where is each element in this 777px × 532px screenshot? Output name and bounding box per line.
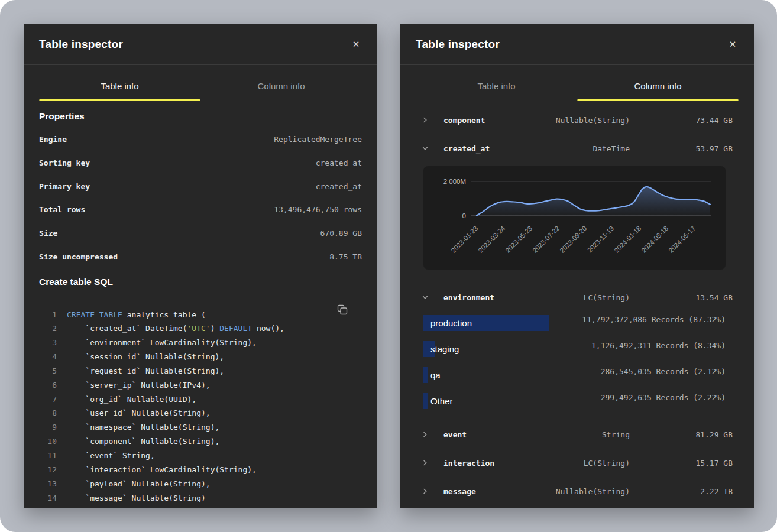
- chevron-right-icon[interactable]: [422, 432, 429, 437]
- sql-code-line: 7 `org_id` Nullable(UUID),: [39, 392, 362, 406]
- column-type: DateTime: [593, 144, 630, 153]
- property-row: Sorting keycreated_at: [39, 151, 362, 175]
- sql-token: `session_id` Nullable(String),: [67, 352, 224, 361]
- property-row: EngineReplicatedMergeTree: [39, 128, 362, 151]
- value-label: staging: [430, 341, 459, 357]
- column-type: LC(String): [584, 459, 630, 468]
- sql-token: '/clickhouse/tables/{uuid}/{shard}': [211, 507, 373, 508]
- line-number: 9: [39, 423, 57, 432]
- sql-code-line: 3 `environment` LowCardinality(String),: [39, 336, 362, 350]
- sql-token: DEFAULT: [219, 324, 252, 333]
- column-distribution-card: 02 000M 2023-01-232023-03-242023-05-2320…: [423, 166, 726, 270]
- value-label: Other: [430, 393, 453, 409]
- column-name: message: [443, 487, 476, 496]
- close-icon[interactable]: ✕: [350, 38, 362, 50]
- column-type: String: [602, 430, 630, 439]
- property-value: 670.89 GB: [320, 229, 362, 238]
- properties-heading: Properties: [39, 111, 362, 122]
- x-axis-tick-label: 2023-05-23: [504, 225, 533, 254]
- property-value: ReplicatedMergeTree: [274, 135, 362, 144]
- chevron-right-icon[interactable]: [422, 460, 429, 466]
- property-label: Size: [39, 229, 57, 238]
- x-axis-tick-label: 2023-01-23: [449, 225, 479, 254]
- tab-column-info[interactable]: Column info: [200, 65, 362, 100]
- sql-token: 'UTC': [187, 324, 211, 333]
- property-row: Size670.89 GB: [39, 222, 362, 245]
- line-number: 6: [39, 381, 57, 390]
- property-label: Engine: [39, 135, 67, 144]
- y-axis-tick-label: 2 000M: [443, 178, 466, 185]
- modal-title: Table inspector: [416, 38, 500, 51]
- sql-token: CREATE TABLE: [67, 310, 122, 319]
- properties-list: EngineReplicatedMergeTreeSorting keycrea…: [24, 128, 377, 268]
- column-row-environment[interactable]: environmentLC(String)13.54 GB: [400, 283, 754, 312]
- column-row-event[interactable]: eventString81.29 GB: [400, 420, 754, 449]
- value-row-staging: staging1,126,492,311 Records (8.34%): [423, 341, 726, 357]
- chevron-down-icon[interactable]: [422, 294, 429, 300]
- column-row-component[interactable]: componentNullable(String)73.44 GB: [400, 106, 754, 134]
- chevron-right-icon[interactable]: [422, 117, 429, 123]
- modal-header: Table inspector ✕: [24, 24, 377, 65]
- sql-code-line: 14 `message` Nullable(String): [39, 491, 362, 505]
- table-inspector-modal-left: Table inspector ✕ Table info Column info…: [24, 24, 377, 508]
- value-bar: [423, 393, 428, 409]
- sql-code-line: 9 `namespace` Nullable(String),: [39, 420, 362, 434]
- line-number: 13: [39, 479, 57, 488]
- property-value: 13,496,476,750 rows: [274, 205, 362, 214]
- tab-table-info[interactable]: Table info: [416, 65, 577, 100]
- column-row-created_at[interactable]: created_atDateTime53.97 GB: [400, 134, 754, 163]
- column-type: Nullable(String): [556, 116, 630, 125]
- value-record-count: 1,126,492,311 Records (8.34%): [591, 341, 726, 350]
- x-axis-tick-label: 2024-05-17: [667, 225, 697, 254]
- property-value: created_at: [316, 158, 362, 167]
- column-list: componentNullable(String)73.44 GBcreated…: [400, 100, 754, 505]
- column-name: event: [443, 430, 467, 439]
- copy-sql-button[interactable]: [336, 304, 349, 317]
- create-table-sql-heading: Create table SQL: [39, 277, 362, 287]
- value-bar: [423, 367, 428, 383]
- line-number: 15: [39, 507, 57, 508]
- sql-token: `event` String,: [67, 451, 155, 460]
- chevron-down-icon[interactable]: [422, 145, 429, 151]
- column-name: interaction: [443, 459, 494, 468]
- chevron-right-icon[interactable]: [422, 488, 429, 494]
- tab-table-info[interactable]: Table info: [39, 65, 200, 100]
- property-label: Sorting key: [39, 158, 90, 167]
- sql-token: `component` Nullable(String),: [67, 437, 219, 446]
- line-number: 7: [39, 395, 57, 404]
- value-row-qa: qa286,545,035 Records (2.12%): [423, 367, 726, 383]
- line-number: 3: [39, 338, 57, 347]
- column-row-interaction[interactable]: interactionLC(String)15.17 GB: [400, 449, 754, 477]
- value-row-production: production11,792,372,086 Records (87.32%…: [423, 315, 726, 331]
- sql-code-line: 2 `created_at` DateTime('UTC') DEFAULT n…: [39, 322, 362, 336]
- tab-column-info[interactable]: Column info: [577, 65, 739, 100]
- column-size: 81.29 GB: [695, 430, 733, 439]
- sql-token: now(),: [252, 324, 284, 333]
- column-name: created_at: [443, 144, 490, 153]
- column-row-message[interactable]: messageNullable(String)2.22 TB: [400, 477, 754, 505]
- line-number: 5: [39, 366, 57, 375]
- property-row: Primary keycreated_at: [39, 174, 362, 198]
- line-number: 4: [39, 352, 57, 361]
- value-label: qa: [430, 367, 441, 383]
- sql-token: `environment` LowCardinality(String),: [67, 338, 257, 347]
- column-type: LC(String): [584, 293, 630, 302]
- x-axis-tick-label: 2023-09-20: [558, 225, 588, 254]
- property-row: Total rows13,496,476,750 rows: [39, 198, 362, 222]
- modal-title: Table inspector: [39, 38, 123, 51]
- modal-header: Table inspector ✕: [400, 24, 754, 65]
- sql-code-line: 13 `payload` Nullable(String),: [39, 476, 362, 491]
- property-row: Size uncompressed8.75 TB: [39, 245, 362, 268]
- close-icon[interactable]: ✕: [727, 38, 739, 50]
- column-name: component: [443, 116, 485, 125]
- sql-code-line: 8 `user_id` Nullable(String),: [39, 406, 362, 420]
- line-number: 10: [39, 437, 57, 446]
- sql-code-line: 6 `server_ip` Nullable(IPv4),: [39, 378, 362, 392]
- sql-code-line: 10 `component` Nullable(String),: [39, 434, 362, 449]
- x-axis-tick-label: 2023-07-22: [531, 225, 561, 254]
- sql-token: `namespace` Nullable(String),: [67, 423, 219, 432]
- property-value: created_at: [316, 182, 362, 191]
- property-label: Total rows: [39, 205, 85, 214]
- tab-bar: Table info Column info: [416, 65, 739, 100]
- sql-code-line: 4 `session_id` Nullable(String),: [39, 350, 362, 364]
